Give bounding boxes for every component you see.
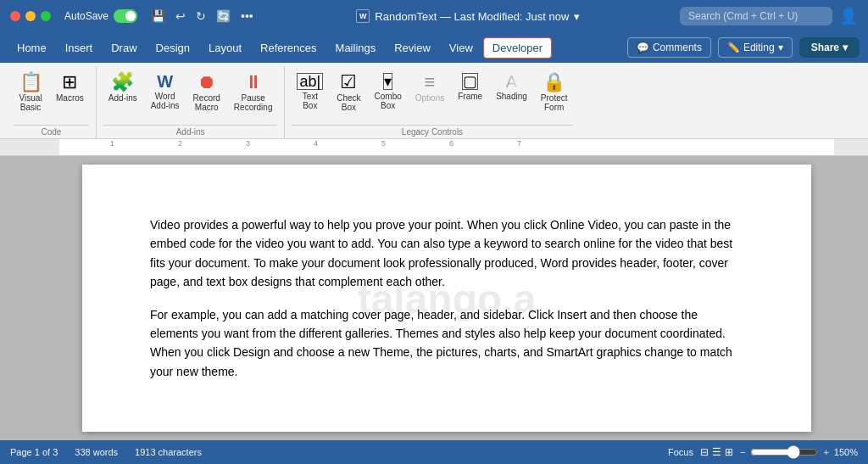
menu-item-layout[interactable]: Layout xyxy=(200,38,250,58)
menu-item-view[interactable]: View xyxy=(441,38,481,58)
menu-item-home[interactable]: Home xyxy=(8,38,55,58)
protect-form-icon: 🔒 xyxy=(542,73,565,92)
menu-item-review[interactable]: Review xyxy=(386,38,439,58)
menu-item-design[interactable]: Design xyxy=(147,38,198,58)
view-icon-grid[interactable]: ⊞ xyxy=(725,446,733,458)
ruler-main: 1 2 3 4 5 6 7 xyxy=(59,139,834,155)
ribbon-protect-form[interactable]: 🔒 ProtectForm xyxy=(536,70,573,115)
ruler-tick-2: 2 xyxy=(178,139,182,148)
title-center: W RandomText — Last Modified: Just now ▾ xyxy=(264,9,673,23)
save-icon[interactable]: 💾 xyxy=(147,8,169,25)
check-box-label: CheckBox xyxy=(337,93,360,112)
menu-item-developer[interactable]: Developer xyxy=(483,37,552,59)
ribbon-options[interactable]: ≡ Options xyxy=(410,70,449,106)
editing-chevron: ▾ xyxy=(778,42,783,53)
ruler-tick-3: 3 xyxy=(246,139,250,148)
view-icon-layout[interactable]: ⊟ xyxy=(700,446,709,458)
sync-icon[interactable]: 🔄 xyxy=(213,8,234,25)
ribbon-macros[interactable]: ⊞ Macros xyxy=(51,70,89,106)
zoom-slider[interactable] xyxy=(750,445,818,459)
zoom-level: 150% xyxy=(834,447,858,457)
menu-item-insert[interactable]: Insert xyxy=(57,38,102,58)
page-text: Video provides a powerful way to help yo… xyxy=(150,215,743,381)
left-margin xyxy=(0,156,59,440)
comments-label: Comments xyxy=(653,42,702,53)
word-count[interactable]: 338 words xyxy=(75,447,118,457)
add-ins-label: Add-ins xyxy=(108,93,137,103)
ruler: 1 2 3 4 5 6 7 xyxy=(0,139,868,156)
document-page: talango.a Video provides a powerful way … xyxy=(82,165,811,432)
focus-button[interactable]: Focus xyxy=(668,447,693,457)
toolbar-icons: 💾 ↩ ↻ 🔄 ••• xyxy=(147,8,257,25)
comments-icon: 💬 xyxy=(637,42,649,53)
menu-bar: Home Insert Draw Design Layout Reference… xyxy=(0,32,868,63)
options-icon: ≡ xyxy=(425,73,436,92)
page-info[interactable]: Page 1 of 3 xyxy=(10,447,58,457)
ruler-tick-7: 7 xyxy=(517,139,521,148)
status-bar: Page 1 of 3 338 words 1913 characters Fo… xyxy=(0,440,868,464)
ruler-tick-4: 4 xyxy=(314,139,318,148)
ribbon-frame[interactable]: ▢ Frame xyxy=(453,70,487,104)
zoom-in-icon[interactable]: + xyxy=(823,447,828,457)
options-label: Options xyxy=(415,93,444,103)
content-area: talango.a Video provides a powerful way … xyxy=(0,156,868,440)
visual-basic-label: VisualBasic xyxy=(19,93,42,112)
ribbon-visual-basic[interactable]: 📋 VisualBasic xyxy=(14,70,47,115)
undo-icon[interactable]: ↩ xyxy=(172,8,189,25)
pause-recording-label: PauseRecording xyxy=(234,93,273,112)
ribbon-record-macro[interactable]: ⏺ RecordMacro xyxy=(188,70,225,115)
char-count[interactable]: 1913 characters xyxy=(135,447,202,457)
ribbon-pause-recording[interactable]: ⏸ PauseRecording xyxy=(229,70,278,115)
word-add-ins-label: WordAdd-ins xyxy=(151,92,180,110)
shading-label: Shading xyxy=(496,92,527,101)
ribbon-check-box[interactable]: ☑ CheckBox xyxy=(331,70,365,115)
share-chevron: ▾ xyxy=(843,42,848,53)
visual-basic-icon: 📋 xyxy=(19,73,42,92)
minimize-button[interactable] xyxy=(25,11,36,21)
ruler-tick-6: 6 xyxy=(449,139,453,148)
pause-recording-icon: ⏸ xyxy=(244,73,263,92)
frame-label: Frame xyxy=(458,92,482,101)
close-button[interactable] xyxy=(10,11,20,21)
editing-button[interactable]: ✏️ Editing ▾ xyxy=(718,37,793,58)
record-macro-icon: ⏺ xyxy=(198,73,216,92)
title-bar: AutoSave 💾 ↩ ↻ 🔄 ••• W RandomText — Last… xyxy=(0,0,868,32)
menu-item-mailings[interactable]: Mailings xyxy=(327,38,385,58)
legacy-group-label: Legacy Controls xyxy=(292,125,572,138)
autosave-label: AutoSave xyxy=(64,10,108,22)
ribbon-legacy-items: ab| TextBox ☑ CheckBox ▾ ComboBox ≡ Opti… xyxy=(292,66,572,125)
ribbon-group-addins: 🧩 Add-ins W WordAdd-ins ⏺ RecordMacro ⏸ … xyxy=(97,66,286,138)
page-area[interactable]: talango.a Video provides a powerful way … xyxy=(59,156,834,440)
menu-item-draw[interactable]: Draw xyxy=(103,38,145,58)
check-box-icon: ☑ xyxy=(340,73,357,92)
maximize-button[interactable] xyxy=(41,11,51,21)
ruler-left-margin xyxy=(0,139,59,155)
frame-icon: ▢ xyxy=(462,73,478,90)
profile-icon[interactable]: 👤 xyxy=(839,7,858,25)
ribbon-group-legacy: ab| TextBox ☑ CheckBox ▾ ComboBox ≡ Opti… xyxy=(285,66,579,138)
window-controls xyxy=(10,11,51,21)
autosave-toggle[interactable] xyxy=(114,9,137,23)
view-icon-list[interactable]: ☰ xyxy=(712,446,721,458)
search-input[interactable] xyxy=(680,7,832,25)
zoom-out-icon[interactable]: − xyxy=(740,447,745,457)
title-right: 👤 xyxy=(680,7,858,25)
protect-form-label: ProtectForm xyxy=(541,93,568,112)
ruler-tick-1: 1 xyxy=(110,139,114,148)
add-ins-icon: 🧩 xyxy=(111,73,134,92)
autosave-area: AutoSave xyxy=(64,9,137,23)
comments-button[interactable]: 💬 Comments xyxy=(627,37,711,58)
right-margin xyxy=(834,156,868,440)
ribbon-word-add-ins[interactable]: W WordAdd-ins xyxy=(146,70,185,114)
title-chevron[interactable]: ▾ xyxy=(574,10,580,23)
ribbon-add-ins[interactable]: 🧩 Add-ins xyxy=(103,70,142,106)
ribbon: 📋 VisualBasic ⊞ Macros Code 🧩 Add-ins W … xyxy=(0,63,868,139)
menu-item-references[interactable]: References xyxy=(252,38,325,58)
text-box-label: TextBox xyxy=(303,92,318,110)
more-icon[interactable]: ••• xyxy=(237,8,257,25)
ribbon-text-box[interactable]: ab| TextBox xyxy=(292,70,328,114)
share-button[interactable]: Share ▾ xyxy=(799,37,860,58)
ribbon-combo-box[interactable]: ▾ ComboBox xyxy=(370,70,407,114)
redo-icon[interactable]: ↻ xyxy=(192,8,209,25)
ribbon-shading[interactable]: A Shading xyxy=(491,70,532,104)
